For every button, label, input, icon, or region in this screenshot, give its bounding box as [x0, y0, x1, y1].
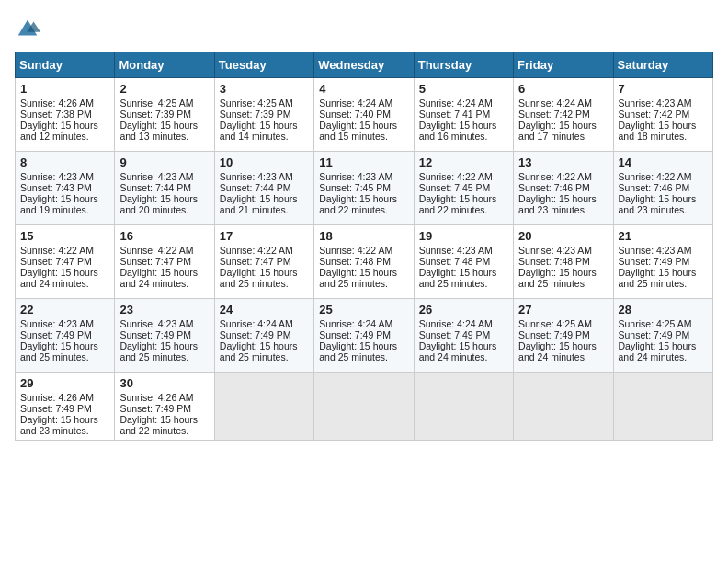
daylight-label: Daylight: 15 hours and 19 minutes. — [20, 193, 98, 215]
sunset-label: Sunset: 7:42 PM — [619, 109, 690, 120]
header-sunday: Sunday — [16, 52, 115, 78]
calendar-cell: 25 Sunrise: 4:24 AM Sunset: 7:49 PM Dayl… — [314, 299, 414, 373]
day-number: 22 — [20, 303, 109, 316]
daylight-label: Daylight: 15 hours and 25 minutes. — [220, 267, 298, 289]
day-number: 16 — [119, 229, 209, 243]
daylight-label: Daylight: 15 hours and 15 minutes. — [319, 120, 397, 142]
daylight-label: Daylight: 15 hours and 23 minutes. — [20, 414, 98, 436]
sunrise-label: Sunrise: 4:25 AM — [619, 318, 692, 329]
calendar-cell: 24 Sunrise: 4:24 AM Sunset: 7:49 PM Dayl… — [214, 299, 313, 373]
day-number: 5 — [419, 82, 508, 96]
calendar-cell: 21 Sunrise: 4:23 AM Sunset: 7:49 PM Dayl… — [613, 225, 712, 299]
sunset-label: Sunset: 7:48 PM — [518, 256, 590, 267]
sunrise-label: Sunrise: 4:22 AM — [20, 245, 94, 256]
daylight-label: Daylight: 15 hours and 18 minutes. — [619, 120, 697, 142]
calendar-cell: 29 Sunrise: 4:26 AM Sunset: 7:49 PM Dayl… — [16, 373, 115, 441]
sunset-label: Sunset: 7:49 PM — [518, 329, 590, 340]
sunrise-label: Sunrise: 4:24 AM — [419, 318, 493, 329]
calendar-cell: 12 Sunrise: 4:22 AM Sunset: 7:45 PM Dayl… — [414, 152, 513, 225]
sunset-label: Sunset: 7:45 PM — [419, 182, 491, 193]
daylight-label: Daylight: 15 hours and 24 minutes. — [619, 340, 697, 362]
daylight-label: Daylight: 15 hours and 25 minutes. — [619, 267, 697, 289]
header-friday: Friday — [514, 52, 613, 78]
day-number: 26 — [419, 303, 508, 316]
calendar-cell: 6 Sunrise: 4:24 AM Sunset: 7:42 PM Dayli… — [514, 78, 613, 152]
sunrise-label: Sunrise: 4:23 AM — [619, 98, 692, 109]
sunrise-label: Sunrise: 4:23 AM — [119, 318, 193, 329]
sunrise-label: Sunrise: 4:23 AM — [619, 245, 692, 256]
calendar-cell — [314, 373, 414, 441]
day-number: 29 — [20, 376, 109, 390]
day-number: 17 — [220, 229, 309, 243]
daylight-label: Daylight: 15 hours and 25 minutes. — [319, 340, 397, 362]
daylight-label: Daylight: 15 hours and 14 minutes. — [220, 120, 298, 142]
day-number: 10 — [220, 155, 309, 169]
daylight-label: Daylight: 15 hours and 25 minutes. — [319, 267, 397, 289]
daylight-label: Daylight: 15 hours and 25 minutes. — [419, 267, 497, 289]
calendar-cell: 9 Sunrise: 4:23 AM Sunset: 7:44 PM Dayli… — [115, 152, 214, 225]
day-number: 23 — [119, 303, 209, 316]
daylight-label: Daylight: 15 hours and 23 minutes. — [518, 193, 597, 215]
daylight-label: Daylight: 15 hours and 24 minutes. — [119, 267, 198, 289]
weekday-header-row: Sunday Monday Tuesday Wednesday Thursday… — [16, 52, 713, 78]
sunset-label: Sunset: 7:44 PM — [220, 182, 291, 193]
calendar-cell: 22 Sunrise: 4:23 AM Sunset: 7:49 PM Dayl… — [16, 299, 115, 373]
daylight-label: Daylight: 15 hours and 22 minutes. — [119, 414, 198, 436]
sunrise-label: Sunrise: 4:24 AM — [419, 98, 493, 109]
sunset-label: Sunset: 7:49 PM — [119, 403, 191, 414]
daylight-label: Daylight: 15 hours and 12 minutes. — [20, 120, 98, 142]
sunset-label: Sunset: 7:49 PM — [20, 403, 92, 414]
sunset-label: Sunset: 7:43 PM — [20, 182, 92, 193]
daylight-label: Daylight: 15 hours and 24 minutes. — [419, 340, 497, 362]
sunset-label: Sunset: 7:49 PM — [20, 329, 92, 340]
day-number: 27 — [518, 303, 608, 316]
day-number: 6 — [518, 82, 608, 96]
day-number: 11 — [319, 155, 408, 169]
header-thursday: Thursday — [414, 52, 513, 78]
calendar-cell — [514, 373, 613, 441]
page-header — [15, 15, 713, 40]
calendar-cell: 27 Sunrise: 4:25 AM Sunset: 7:49 PM Dayl… — [514, 299, 613, 373]
sunrise-label: Sunrise: 4:22 AM — [119, 245, 193, 256]
logo — [15, 15, 44, 40]
calendar-cell: 4 Sunrise: 4:24 AM Sunset: 7:40 PM Dayli… — [314, 78, 414, 152]
calendar-cell: 26 Sunrise: 4:24 AM Sunset: 7:49 PM Dayl… — [414, 299, 513, 373]
sunset-label: Sunset: 7:47 PM — [20, 256, 92, 267]
calendar-cell: 15 Sunrise: 4:22 AM Sunset: 7:47 PM Dayl… — [16, 225, 115, 299]
sunrise-label: Sunrise: 4:22 AM — [518, 171, 592, 182]
sunset-label: Sunset: 7:42 PM — [518, 109, 590, 120]
day-number: 15 — [20, 229, 109, 243]
day-number: 9 — [119, 155, 209, 169]
header-monday: Monday — [115, 52, 214, 78]
sunrise-label: Sunrise: 4:23 AM — [20, 318, 94, 329]
daylight-label: Daylight: 15 hours and 24 minutes. — [20, 267, 98, 289]
daylight-label: Daylight: 15 hours and 25 minutes. — [220, 340, 298, 362]
sunrise-label: Sunrise: 4:23 AM — [419, 245, 493, 256]
sunrise-label: Sunrise: 4:23 AM — [518, 245, 592, 256]
day-number: 28 — [619, 303, 708, 316]
calendar-cell: 1 Sunrise: 4:26 AM Sunset: 7:38 PM Dayli… — [16, 78, 115, 152]
sunset-label: Sunset: 7:47 PM — [119, 256, 191, 267]
calendar-cell: 11 Sunrise: 4:23 AM Sunset: 7:45 PM Dayl… — [314, 152, 414, 225]
sunrise-label: Sunrise: 4:26 AM — [119, 392, 193, 403]
sunset-label: Sunset: 7:39 PM — [119, 109, 191, 120]
sunset-label: Sunset: 7:46 PM — [619, 182, 690, 193]
daylight-label: Daylight: 15 hours and 20 minutes. — [119, 193, 198, 215]
sunrise-label: Sunrise: 4:26 AM — [20, 98, 94, 109]
daylight-label: Daylight: 15 hours and 24 minutes. — [518, 340, 597, 362]
sunset-label: Sunset: 7:41 PM — [419, 109, 491, 120]
day-number: 1 — [20, 82, 109, 96]
daylight-label: Daylight: 15 hours and 16 minutes. — [419, 120, 497, 142]
calendar-cell — [613, 373, 712, 441]
day-number: 20 — [518, 229, 608, 243]
sunrise-label: Sunrise: 4:23 AM — [119, 171, 193, 182]
day-number: 7 — [619, 82, 708, 96]
sunset-label: Sunset: 7:44 PM — [119, 182, 191, 193]
sunset-label: Sunset: 7:49 PM — [619, 256, 690, 267]
day-number: 19 — [419, 229, 508, 243]
sunset-label: Sunset: 7:46 PM — [518, 182, 590, 193]
daylight-label: Daylight: 15 hours and 25 minutes. — [518, 267, 597, 289]
calendar-cell: 3 Sunrise: 4:25 AM Sunset: 7:39 PM Dayli… — [214, 78, 313, 152]
sunrise-label: Sunrise: 4:24 AM — [319, 318, 392, 329]
sunset-label: Sunset: 7:40 PM — [319, 109, 391, 120]
